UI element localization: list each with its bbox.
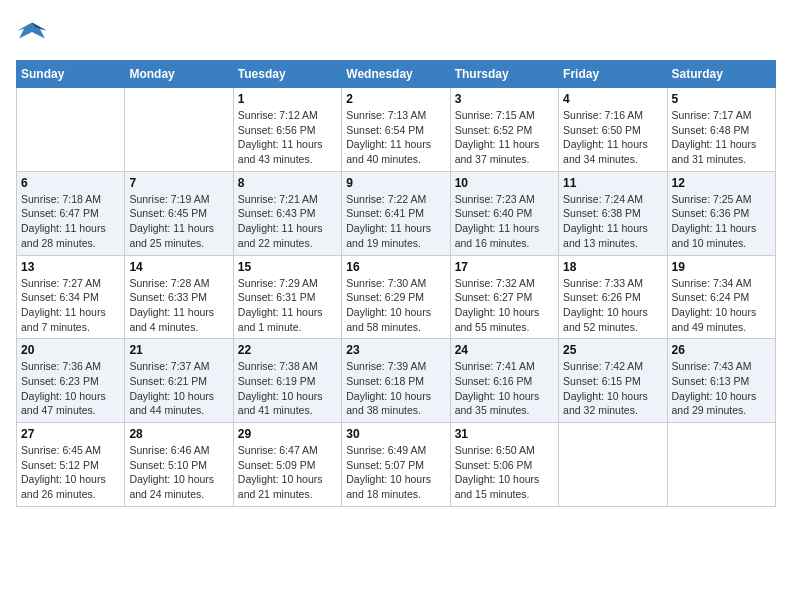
day-number: 11 (563, 176, 662, 190)
day-info: Sunrise: 6:49 AMSunset: 5:07 PMDaylight:… (346, 443, 445, 502)
day-info: Sunrise: 7:24 AMSunset: 6:38 PMDaylight:… (563, 192, 662, 251)
calendar-table: SundayMondayTuesdayWednesdayThursdayFrid… (16, 60, 776, 507)
day-info: Sunrise: 7:23 AMSunset: 6:40 PMDaylight:… (455, 192, 554, 251)
calendar-cell: 2Sunrise: 7:13 AMSunset: 6:54 PMDaylight… (342, 88, 450, 172)
day-info: Sunrise: 6:47 AMSunset: 5:09 PMDaylight:… (238, 443, 337, 502)
weekday-header-wednesday: Wednesday (342, 61, 450, 88)
day-number: 17 (455, 260, 554, 274)
day-info: Sunrise: 7:37 AMSunset: 6:21 PMDaylight:… (129, 359, 228, 418)
day-number: 16 (346, 260, 445, 274)
day-info: Sunrise: 7:28 AMSunset: 6:33 PMDaylight:… (129, 276, 228, 335)
calendar-cell: 17Sunrise: 7:32 AMSunset: 6:27 PMDayligh… (450, 255, 558, 339)
day-info: Sunrise: 7:22 AMSunset: 6:41 PMDaylight:… (346, 192, 445, 251)
calendar-cell: 6Sunrise: 7:18 AMSunset: 6:47 PMDaylight… (17, 171, 125, 255)
day-info: Sunrise: 7:25 AMSunset: 6:36 PMDaylight:… (672, 192, 771, 251)
calendar-cell: 19Sunrise: 7:34 AMSunset: 6:24 PMDayligh… (667, 255, 775, 339)
day-info: Sunrise: 7:32 AMSunset: 6:27 PMDaylight:… (455, 276, 554, 335)
day-number: 22 (238, 343, 337, 357)
calendar-week-1: 1Sunrise: 7:12 AMSunset: 6:56 PMDaylight… (17, 88, 776, 172)
day-number: 20 (21, 343, 120, 357)
page-header (16, 16, 776, 48)
day-number: 12 (672, 176, 771, 190)
calendar-cell: 13Sunrise: 7:27 AMSunset: 6:34 PMDayligh… (17, 255, 125, 339)
weekday-header-tuesday: Tuesday (233, 61, 341, 88)
calendar-cell: 15Sunrise: 7:29 AMSunset: 6:31 PMDayligh… (233, 255, 341, 339)
day-number: 1 (238, 92, 337, 106)
day-info: Sunrise: 7:30 AMSunset: 6:29 PMDaylight:… (346, 276, 445, 335)
calendar-cell: 3Sunrise: 7:15 AMSunset: 6:52 PMDaylight… (450, 88, 558, 172)
day-number: 15 (238, 260, 337, 274)
day-info: Sunrise: 7:34 AMSunset: 6:24 PMDaylight:… (672, 276, 771, 335)
calendar-cell: 20Sunrise: 7:36 AMSunset: 6:23 PMDayligh… (17, 339, 125, 423)
calendar-cell: 31Sunrise: 6:50 AMSunset: 5:06 PMDayligh… (450, 423, 558, 507)
calendar-cell: 22Sunrise: 7:38 AMSunset: 6:19 PMDayligh… (233, 339, 341, 423)
day-number: 21 (129, 343, 228, 357)
day-info: Sunrise: 7:33 AMSunset: 6:26 PMDaylight:… (563, 276, 662, 335)
day-number: 3 (455, 92, 554, 106)
calendar-cell: 12Sunrise: 7:25 AMSunset: 6:36 PMDayligh… (667, 171, 775, 255)
day-number: 23 (346, 343, 445, 357)
day-number: 28 (129, 427, 228, 441)
calendar-cell (559, 423, 667, 507)
calendar-header-row: SundayMondayTuesdayWednesdayThursdayFrid… (17, 61, 776, 88)
calendar-cell: 25Sunrise: 7:42 AMSunset: 6:15 PMDayligh… (559, 339, 667, 423)
day-info: Sunrise: 7:19 AMSunset: 6:45 PMDaylight:… (129, 192, 228, 251)
day-number: 7 (129, 176, 228, 190)
day-number: 31 (455, 427, 554, 441)
day-number: 30 (346, 427, 445, 441)
calendar-week-2: 6Sunrise: 7:18 AMSunset: 6:47 PMDaylight… (17, 171, 776, 255)
calendar-cell: 30Sunrise: 6:49 AMSunset: 5:07 PMDayligh… (342, 423, 450, 507)
calendar-cell: 26Sunrise: 7:43 AMSunset: 6:13 PMDayligh… (667, 339, 775, 423)
day-number: 19 (672, 260, 771, 274)
day-number: 26 (672, 343, 771, 357)
day-info: Sunrise: 7:29 AMSunset: 6:31 PMDaylight:… (238, 276, 337, 335)
calendar-cell (125, 88, 233, 172)
calendar-week-4: 20Sunrise: 7:36 AMSunset: 6:23 PMDayligh… (17, 339, 776, 423)
day-info: Sunrise: 6:50 AMSunset: 5:06 PMDaylight:… (455, 443, 554, 502)
day-info: Sunrise: 7:27 AMSunset: 6:34 PMDaylight:… (21, 276, 120, 335)
calendar-cell: 8Sunrise: 7:21 AMSunset: 6:43 PMDaylight… (233, 171, 341, 255)
calendar-cell: 27Sunrise: 6:45 AMSunset: 5:12 PMDayligh… (17, 423, 125, 507)
day-info: Sunrise: 7:21 AMSunset: 6:43 PMDaylight:… (238, 192, 337, 251)
calendar-cell: 4Sunrise: 7:16 AMSunset: 6:50 PMDaylight… (559, 88, 667, 172)
calendar-week-3: 13Sunrise: 7:27 AMSunset: 6:34 PMDayligh… (17, 255, 776, 339)
weekday-header-thursday: Thursday (450, 61, 558, 88)
calendar-cell: 7Sunrise: 7:19 AMSunset: 6:45 PMDaylight… (125, 171, 233, 255)
calendar-cell: 28Sunrise: 6:46 AMSunset: 5:10 PMDayligh… (125, 423, 233, 507)
day-number: 25 (563, 343, 662, 357)
day-info: Sunrise: 7:15 AMSunset: 6:52 PMDaylight:… (455, 108, 554, 167)
day-number: 10 (455, 176, 554, 190)
day-info: Sunrise: 7:41 AMSunset: 6:16 PMDaylight:… (455, 359, 554, 418)
logo (16, 16, 52, 48)
day-info: Sunrise: 7:36 AMSunset: 6:23 PMDaylight:… (21, 359, 120, 418)
day-number: 4 (563, 92, 662, 106)
calendar-cell: 11Sunrise: 7:24 AMSunset: 6:38 PMDayligh… (559, 171, 667, 255)
logo-icon (16, 16, 48, 48)
day-number: 27 (21, 427, 120, 441)
day-number: 2 (346, 92, 445, 106)
calendar-cell: 14Sunrise: 7:28 AMSunset: 6:33 PMDayligh… (125, 255, 233, 339)
day-number: 18 (563, 260, 662, 274)
day-info: Sunrise: 7:17 AMSunset: 6:48 PMDaylight:… (672, 108, 771, 167)
day-info: Sunrise: 6:45 AMSunset: 5:12 PMDaylight:… (21, 443, 120, 502)
day-info: Sunrise: 7:42 AMSunset: 6:15 PMDaylight:… (563, 359, 662, 418)
calendar-cell: 29Sunrise: 6:47 AMSunset: 5:09 PMDayligh… (233, 423, 341, 507)
calendar-cell: 18Sunrise: 7:33 AMSunset: 6:26 PMDayligh… (559, 255, 667, 339)
weekday-header-monday: Monday (125, 61, 233, 88)
day-info: Sunrise: 7:12 AMSunset: 6:56 PMDaylight:… (238, 108, 337, 167)
calendar-cell: 5Sunrise: 7:17 AMSunset: 6:48 PMDaylight… (667, 88, 775, 172)
day-info: Sunrise: 7:39 AMSunset: 6:18 PMDaylight:… (346, 359, 445, 418)
calendar-cell: 1Sunrise: 7:12 AMSunset: 6:56 PMDaylight… (233, 88, 341, 172)
day-number: 6 (21, 176, 120, 190)
day-info: Sunrise: 7:38 AMSunset: 6:19 PMDaylight:… (238, 359, 337, 418)
day-info: Sunrise: 6:46 AMSunset: 5:10 PMDaylight:… (129, 443, 228, 502)
day-info: Sunrise: 7:13 AMSunset: 6:54 PMDaylight:… (346, 108, 445, 167)
day-number: 8 (238, 176, 337, 190)
day-number: 24 (455, 343, 554, 357)
calendar-cell (17, 88, 125, 172)
day-info: Sunrise: 7:18 AMSunset: 6:47 PMDaylight:… (21, 192, 120, 251)
day-number: 29 (238, 427, 337, 441)
calendar-week-5: 27Sunrise: 6:45 AMSunset: 5:12 PMDayligh… (17, 423, 776, 507)
calendar-cell: 16Sunrise: 7:30 AMSunset: 6:29 PMDayligh… (342, 255, 450, 339)
weekday-header-saturday: Saturday (667, 61, 775, 88)
